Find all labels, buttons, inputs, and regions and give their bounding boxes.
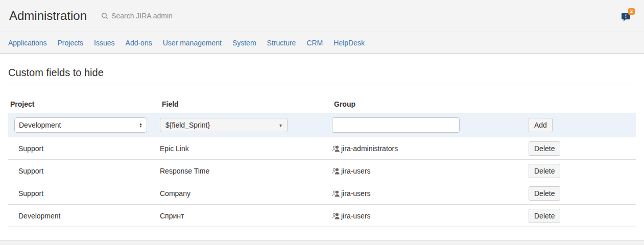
column-header-field: Field	[160, 84, 332, 113]
column-header-project: Project	[8, 84, 160, 113]
admin-search	[101, 12, 224, 20]
nav-item-structure[interactable]: Structure	[267, 39, 296, 47]
field-dropdown[interactable]: ${field_Sprint} ▾	[160, 118, 288, 132]
app-title: Administration	[9, 9, 87, 23]
group-icon	[332, 145, 340, 152]
row-field: Response Time	[160, 160, 332, 182]
nav-item-projects[interactable]: Projects	[58, 39, 84, 47]
group-icon	[332, 190, 340, 197]
row-field: Company	[160, 182, 332, 205]
custom-fields-table: Project Field Group Development ▲▼	[8, 84, 636, 227]
row-group: jira-users	[341, 167, 371, 175]
nav-item-helpdesk[interactable]: HelpDesk	[333, 39, 365, 47]
table-row: Support Response Time jira-users Delete	[8, 160, 636, 182]
column-header-actions	[529, 84, 636, 113]
field-dropdown-value: ${field_Sprint}	[165, 121, 210, 129]
row-group: jira-administrators	[341, 144, 398, 153]
table-header-row: Project Field Group	[8, 84, 636, 113]
delete-button[interactable]: Delete	[529, 186, 560, 201]
main-content: Custom fields to hide Project Field Grou…	[0, 67, 644, 227]
search-input[interactable]	[111, 12, 224, 20]
row-group: jira-users	[341, 189, 371, 198]
search-icon	[101, 12, 108, 19]
admin-header: Administration ! 2	[0, 0, 644, 32]
delete-button[interactable]: Delete	[529, 164, 560, 178]
notification-button[interactable]: ! 2	[622, 9, 635, 22]
chevron-down-icon: ▾	[279, 122, 282, 128]
row-field: Epic Link	[160, 137, 332, 160]
row-field: Спринт	[160, 205, 332, 227]
delete-button[interactable]: Delete	[529, 209, 560, 223]
group-icon	[332, 212, 340, 219]
notification-count-badge: 2	[628, 8, 635, 15]
row-project: Support	[8, 137, 160, 160]
project-select[interactable]: Development	[14, 117, 147, 133]
add-row: Development ▲▼ ${field_Sprint} ▾	[8, 113, 636, 137]
column-header-group: Group	[332, 84, 529, 113]
table-row: Development Спринт jira-users Delete	[8, 205, 636, 227]
row-project: Support	[8, 182, 160, 205]
table-row: Support Company jira-users Delete	[8, 182, 636, 205]
group-input[interactable]	[332, 117, 460, 133]
footer-bar	[0, 240, 644, 245]
admin-nav: Applications Projects Issues Add-ons Use…	[0, 32, 644, 54]
nav-item-applications[interactable]: Applications	[8, 39, 47, 47]
page-title: Custom fields to hide	[8, 67, 636, 84]
nav-item-system[interactable]: System	[232, 39, 256, 47]
bubble-tail	[624, 19, 626, 21]
delete-button[interactable]: Delete	[529, 141, 560, 156]
row-group: jira-users	[341, 212, 371, 220]
table-row: Support Epic Link jira-administrators De…	[8, 137, 636, 160]
exclamation-glyph: !	[625, 14, 627, 19]
add-button[interactable]: Add	[529, 118, 553, 132]
group-icon	[332, 167, 340, 175]
row-project: Support	[8, 160, 160, 182]
nav-item-user-management[interactable]: User management	[163, 39, 222, 47]
nav-item-issues[interactable]: Issues	[94, 39, 114, 47]
row-project: Development	[8, 205, 160, 227]
nav-item-add-ons[interactable]: Add-ons	[126, 39, 152, 47]
nav-item-crm[interactable]: CRM	[306, 39, 323, 47]
